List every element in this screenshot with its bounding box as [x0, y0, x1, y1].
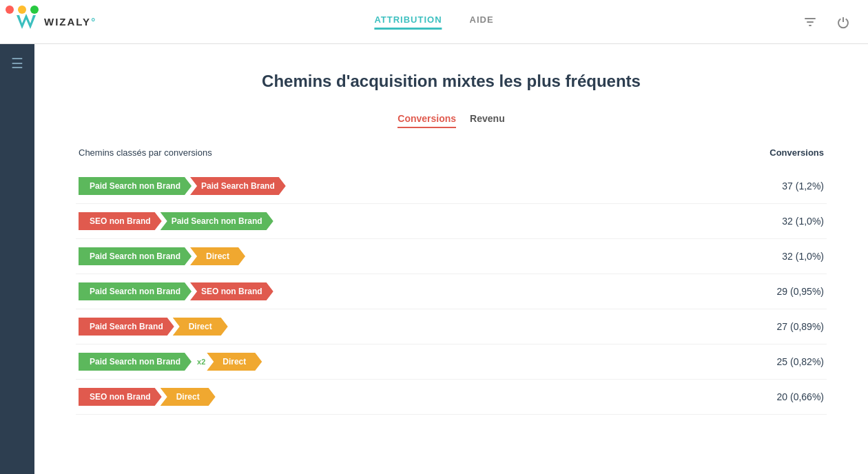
- channel-chip: Paid Search non Brand: [79, 177, 192, 195]
- path-chips: Paid Search non BrandDirect: [79, 247, 245, 265]
- channel-chip: Paid Search non Brand: [79, 282, 192, 300]
- channel-chip: Paid Search Brand: [190, 177, 286, 195]
- conversion-value: 20 (0,66%): [741, 391, 824, 402]
- sidebar-menu-icon[interactable]: ☰: [11, 55, 23, 72]
- conversion-value: 29 (0,95%): [741, 286, 824, 297]
- conversion-value: 27 (0,89%): [741, 321, 824, 332]
- channel-chip: Direct: [161, 388, 216, 406]
- page-title: Chemins d'acquisition mixtes les plus fr…: [76, 72, 827, 91]
- tab-revenu[interactable]: Revenu: [470, 113, 505, 128]
- conversion-value: 32 (1,0%): [741, 216, 824, 227]
- channel-chip: Paid Search Brand: [79, 318, 174, 336]
- power-icon[interactable]: [832, 11, 854, 33]
- svg-marker-0: [17, 14, 36, 29]
- table-row: Paid Search non Brandx2Direct25 (0,82%): [76, 344, 827, 380]
- table-header: Chemins classés par conversions Conversi…: [76, 147, 827, 158]
- table-row: Paid Search non BrandDirect32 (1,0%): [76, 239, 827, 274]
- window-controls: [6, 6, 39, 14]
- table-row: Paid Search non BrandPaid Search Brand37…: [76, 169, 827, 204]
- logo-text: WIZALY°: [44, 16, 96, 28]
- table-row: Paid Search non BrandSEO non Brand29 (0,…: [76, 274, 827, 309]
- tab-conversions[interactable]: Conversions: [397, 113, 456, 128]
- path-chips: SEO non BrandPaid Search non Brand: [79, 212, 273, 230]
- maximize-button[interactable]: [30, 6, 39, 14]
- channel-chip: Paid Search non Brand: [79, 247, 192, 265]
- conversion-value: 37 (1,2%): [741, 181, 824, 192]
- col-label-left: Chemins classés par conversions: [79, 147, 212, 158]
- col-label-right: Conversions: [769, 147, 824, 158]
- channel-chip: Direct: [207, 353, 262, 371]
- svg-rect-2: [807, 21, 814, 23]
- channel-chip: SEO non Brand: [190, 282, 273, 300]
- multiplier-badge: x2: [194, 358, 208, 366]
- sidebar: ☰: [0, 44, 34, 474]
- minimize-button[interactable]: [18, 6, 26, 14]
- table-row: SEO non BrandDirect20 (0,66%): [76, 380, 827, 415]
- channel-chip: SEO non Brand: [79, 388, 162, 406]
- table-row: SEO non BrandPaid Search non Brand32 (1,…: [76, 204, 827, 239]
- top-nav: WIZALY° ATTRIBUTION AIDE: [0, 0, 868, 44]
- svg-rect-1: [805, 18, 816, 19]
- channel-chip: SEO non Brand: [79, 212, 162, 230]
- path-chips: Paid Search BrandDirect: [79, 318, 228, 336]
- path-chips: Paid Search non Brandx2Direct: [79, 353, 262, 371]
- nav-right: [799, 11, 854, 33]
- channel-chip: Direct: [190, 247, 245, 265]
- path-chips: Paid Search non BrandPaid Search Brand: [79, 177, 286, 195]
- conversion-value: 25 (0,82%): [741, 356, 824, 367]
- channel-chip: Direct: [173, 318, 228, 336]
- close-button[interactable]: [6, 6, 14, 14]
- channel-chip: Paid Search non Brand: [161, 212, 273, 230]
- tab-attribution[interactable]: ATTRIBUTION: [374, 14, 442, 30]
- paths-table: Paid Search non BrandPaid Search Brand37…: [76, 169, 827, 415]
- content-area: Chemins d'acquisition mixtes les plus fr…: [34, 44, 868, 474]
- channel-chip: Paid Search non Brand: [79, 353, 192, 371]
- path-chips: Paid Search non BrandSEO non Brand: [79, 282, 273, 300]
- svg-rect-3: [809, 25, 812, 26]
- data-tabs: Conversions Revenu: [76, 113, 827, 128]
- table-row: Paid Search BrandDirect27 (0,89%): [76, 309, 827, 344]
- main-layout: ☰ Chemins d'acquisition mixtes les plus …: [0, 44, 868, 474]
- nav-tabs: ATTRIBUTION AIDE: [374, 14, 493, 30]
- path-chips: SEO non BrandDirect: [79, 388, 216, 406]
- conversion-value: 32 (1,0%): [741, 251, 824, 262]
- tab-aide[interactable]: AIDE: [470, 14, 494, 30]
- filter-icon[interactable]: [799, 11, 821, 33]
